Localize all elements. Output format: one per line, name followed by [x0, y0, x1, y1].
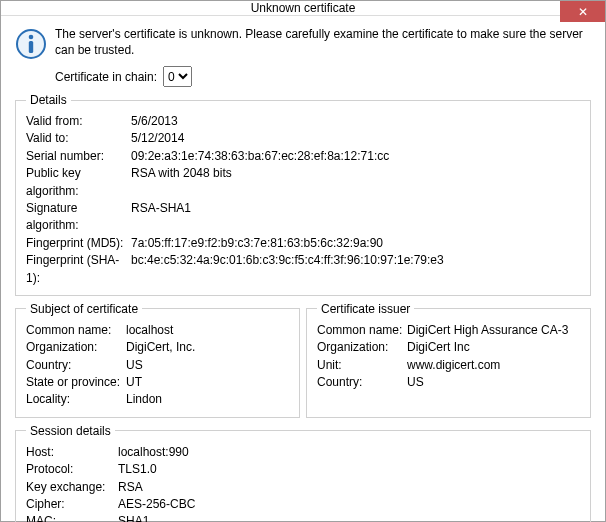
label-fp-sha1: Fingerprint (SHA-1): [26, 252, 131, 287]
label-proto: Protocol: [26, 461, 118, 478]
label-issuer-unit: Unit: [317, 357, 407, 374]
label-issuer-cn: Common name: [317, 322, 407, 339]
value-subject-locality: Lindon [126, 391, 162, 408]
value-sigalg: RSA-SHA1 [131, 200, 191, 235]
value-fp-md5: 7a:05:ff:17:e9:f2:b9:c3:7e:81:63:b5:6c:3… [131, 235, 383, 252]
chain-select[interactable]: 0 [163, 66, 192, 87]
value-issuer-org: DigiCert Inc [407, 339, 470, 356]
value-issuer-unit: www.digicert.com [407, 357, 500, 374]
svg-point-1 [29, 35, 34, 40]
label-cipher: Cipher: [26, 496, 118, 513]
value-issuer-cn: DigiCert High Assurance CA-3 [407, 322, 568, 339]
titlebar: Unknown certificate ✕ [1, 1, 605, 16]
window-title: Unknown certificate [1, 1, 605, 15]
details-group: Details Valid from:5/6/2013 Valid to:5/1… [15, 93, 591, 296]
label-valid-to: Valid to: [26, 130, 131, 147]
label-host: Host: [26, 444, 118, 461]
label-pubkey: Public key algorithm: [26, 165, 131, 200]
value-mac: SHA1 [118, 513, 149, 522]
label-valid-from: Valid from: [26, 113, 131, 130]
warning-message: The server's certificate is unknown. Ple… [55, 26, 591, 58]
value-subject-org: DigiCert, Inc. [126, 339, 195, 356]
info-icon [15, 28, 47, 60]
value-subject-country: US [126, 357, 143, 374]
dialog-content: The server's certificate is unknown. Ple… [1, 16, 605, 522]
label-serial: Serial number: [26, 148, 131, 165]
close-button[interactable]: ✕ [560, 1, 605, 22]
value-serial: 09:2e:a3:1e:74:38:63:ba:67:ec:28:ef:8a:1… [131, 148, 389, 165]
label-subject-locality: Locality: [26, 391, 126, 408]
value-subject-state: UT [126, 374, 142, 391]
value-kex: RSA [118, 479, 143, 496]
label-subject-org: Organization: [26, 339, 126, 356]
label-subject-state: State or province: [26, 374, 126, 391]
chain-row: Certificate in chain: 0 [55, 66, 591, 87]
label-mac: MAC: [26, 513, 118, 522]
value-fp-sha1: bc:4e:c5:32:4a:9c:01:6b:c3:9c:f5:c4:ff:3… [131, 252, 444, 287]
details-legend: Details [26, 93, 71, 107]
label-subject-cn: Common name: [26, 322, 126, 339]
session-legend: Session details [26, 424, 115, 438]
issuer-group: Certificate issuer Common name:DigiCert … [306, 302, 591, 418]
subject-issuer-row: Subject of certificate Common name:local… [15, 302, 591, 424]
close-icon: ✕ [578, 5, 588, 19]
value-subject-cn: localhost [126, 322, 173, 339]
label-sigalg: Signature algorithm: [26, 200, 131, 235]
value-issuer-country: US [407, 374, 424, 391]
label-subject-country: Country: [26, 357, 126, 374]
chain-label: Certificate in chain: [55, 70, 157, 84]
value-cipher: AES-256-CBC [118, 496, 195, 513]
issuer-legend: Certificate issuer [317, 302, 414, 316]
value-proto: TLS1.0 [118, 461, 157, 478]
subject-group: Subject of certificate Common name:local… [15, 302, 300, 418]
message-row: The server's certificate is unknown. Ple… [15, 26, 591, 60]
label-fp-md5: Fingerprint (MD5): [26, 235, 131, 252]
value-valid-from: 5/6/2013 [131, 113, 178, 130]
label-issuer-org: Organization: [317, 339, 407, 356]
svg-rect-2 [29, 41, 33, 53]
value-host: localhost:990 [118, 444, 189, 461]
value-pubkey: RSA with 2048 bits [131, 165, 232, 200]
value-valid-to: 5/12/2014 [131, 130, 184, 147]
label-kex: Key exchange: [26, 479, 118, 496]
label-issuer-country: Country: [317, 374, 407, 391]
session-group: Session details Host:localhost:990 Proto… [15, 424, 591, 522]
subject-legend: Subject of certificate [26, 302, 142, 316]
dialog-window: Unknown certificate ✕ The server's certi… [0, 0, 606, 522]
